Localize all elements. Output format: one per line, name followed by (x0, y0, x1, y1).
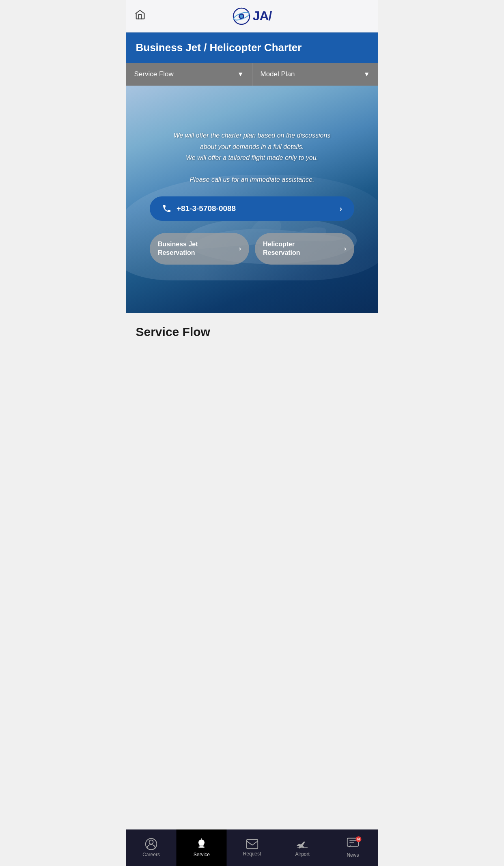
logo: JA/ (233, 7, 272, 25)
arrow-right-icon: › (344, 245, 346, 253)
app-header: JA/ (126, 0, 378, 32)
hero-description: We will offer the charter plan based on … (174, 130, 331, 185)
home-button[interactable] (134, 9, 146, 23)
chevron-down-icon: ▼ (237, 71, 244, 78)
business-jet-reservation-label: Business JetReservation (158, 240, 198, 257)
svg-point-2 (240, 15, 243, 18)
tab-service-flow-label: Service Flow (134, 70, 174, 78)
phone-button[interactable]: +81-3-5708-0088 › (150, 196, 354, 221)
business-jet-reservation-button[interactable]: Business JetReservation › (150, 233, 249, 265)
helicopter-reservation-button[interactable]: HelicopterReservation › (255, 233, 354, 265)
page-title: Business Jet / Helicopter Charter (136, 41, 368, 54)
phone-number: +81-3-5708-0088 (177, 204, 236, 213)
logo-text: JA/ (253, 9, 272, 24)
tab-service-flow[interactable]: Service Flow ▼ (126, 63, 252, 86)
helicopter-reservation-label: HelicopterReservation (263, 240, 300, 257)
hero-section: We will offer the charter plan based on … (126, 86, 378, 313)
tab-model-plan-label: Model Plan (261, 70, 295, 78)
tab-model-plan[interactable]: Model Plan ▼ (252, 63, 378, 86)
page-title-banner: Business Jet / Helicopter Charter (126, 32, 378, 63)
logo-icon (233, 7, 250, 25)
service-flow-section: Service Flow (126, 313, 378, 351)
arrow-right-icon: › (239, 245, 241, 253)
tabs-bar: Service Flow ▼ Model Plan ▼ (126, 63, 378, 86)
phone-icon (162, 204, 172, 213)
chevron-down-icon: ▼ (364, 71, 370, 78)
phone-chevron-icon: › (340, 205, 342, 213)
phone-button-content: +81-3-5708-0088 (162, 204, 236, 213)
reservation-buttons-group: Business JetReservation › HelicopterRese… (150, 233, 354, 265)
service-flow-title: Service Flow (136, 325, 368, 339)
